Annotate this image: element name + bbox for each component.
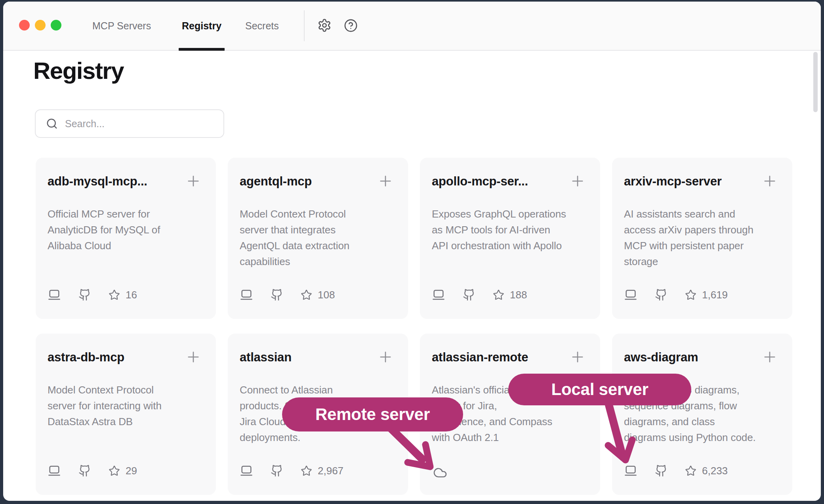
server-description: Official MCP server for AnalyticDB for M… — [48, 206, 202, 254]
github-icon — [463, 288, 475, 301]
add-server-button[interactable] — [377, 349, 394, 365]
plus-icon — [377, 173, 394, 189]
laptop-icon — [48, 464, 61, 477]
close-window-button[interactable] — [19, 20, 30, 31]
server-name: apollo-mcp-ser... — [432, 173, 528, 190]
help-button[interactable] — [344, 19, 358, 32]
minimize-window-button[interactable] — [35, 20, 46, 31]
remote-server-callout: Remote server — [282, 397, 463, 431]
server-name: aws-diagram — [624, 349, 698, 366]
server-description: Model Context Protocol server for intera… — [48, 382, 202, 430]
server-name: atlassian — [240, 349, 292, 366]
app-window: MCP Servers Registry Secrets Registry ad… — [3, 2, 821, 501]
server-card: arxiv-mcp-server AI assistants search an… — [612, 158, 792, 319]
search-input[interactable] — [65, 118, 216, 130]
star-count: 16 — [109, 289, 137, 301]
help-icon — [344, 19, 358, 32]
server-card: agentql-mcp Model Context Protocol serve… — [228, 158, 408, 319]
add-server-button[interactable] — [377, 173, 394, 189]
laptop-icon — [624, 464, 637, 477]
add-server-button[interactable] — [761, 173, 778, 189]
star-icon — [493, 289, 504, 301]
server-name: adb-mysql-mcp... — [48, 173, 147, 190]
cloud-icon — [432, 466, 448, 480]
scrollbar-thumb[interactable] — [813, 52, 818, 112]
zoom-window-button[interactable] — [51, 20, 61, 31]
tab-registry[interactable]: Registry — [182, 2, 221, 50]
tab-secrets[interactable]: Secrets — [245, 2, 279, 50]
plus-icon — [761, 173, 778, 189]
local-server-callout-label: Local server — [551, 380, 648, 399]
server-name: arxiv-mcp-server — [624, 173, 722, 190]
laptop-icon — [240, 288, 253, 302]
server-card: apollo-mcp-ser... Exposes GraphQL operat… — [420, 158, 600, 319]
server-name: astra-db-mcp — [48, 349, 124, 366]
laptop-icon — [432, 288, 445, 302]
plus-icon — [185, 349, 202, 365]
star-icon — [301, 465, 312, 477]
server-description: Model Context Protocol server that integ… — [240, 206, 394, 269]
star-count: 1,619 — [685, 289, 728, 301]
star-count: 2,967 — [301, 465, 343, 477]
server-card: adb-mysql-mcp... Official MCP server for… — [36, 158, 216, 319]
star-icon — [109, 465, 120, 477]
remote-server-callout-label: Remote server — [315, 405, 430, 424]
plus-icon — [185, 173, 202, 189]
tab-mcp-servers[interactable]: MCP Servers — [92, 2, 151, 50]
search-box — [35, 109, 224, 138]
laptop-icon — [48, 288, 61, 302]
laptop-icon — [624, 288, 637, 302]
star-icon — [301, 289, 312, 301]
server-card-grid: adb-mysql-mcp... Official MCP server for… — [36, 158, 792, 495]
titlebar-divider — [304, 10, 305, 41]
plus-icon — [761, 349, 778, 365]
add-server-button[interactable] — [185, 349, 202, 365]
laptop-icon — [240, 464, 253, 477]
github-icon — [271, 288, 283, 301]
server-name: atlassian-remote — [432, 349, 528, 366]
star-icon — [109, 289, 120, 301]
settings-icon — [317, 18, 332, 32]
add-server-button[interactable] — [185, 173, 202, 189]
server-name: agentql-mcp — [240, 173, 312, 190]
star-count: 188 — [493, 289, 527, 301]
star-count: 29 — [109, 465, 137, 477]
add-server-button[interactable] — [569, 173, 586, 189]
traffic-lights — [19, 20, 61, 31]
star-icon — [685, 465, 696, 477]
search-icon — [46, 118, 58, 130]
page-title: Registry — [33, 57, 124, 84]
settings-button[interactable] — [317, 18, 332, 32]
github-icon — [655, 288, 668, 301]
add-server-button[interactable] — [761, 349, 778, 365]
github-icon — [78, 288, 91, 301]
add-server-button[interactable] — [569, 349, 586, 365]
github-icon — [78, 464, 91, 477]
plus-icon — [569, 173, 586, 189]
github-icon — [271, 464, 283, 477]
star-count: 6,233 — [685, 465, 728, 477]
server-card: astra-db-mcp Model Context Protocol serv… — [36, 334, 216, 495]
github-icon — [655, 464, 668, 477]
server-description: Exposes GraphQL operations as MCP tools … — [432, 206, 586, 254]
local-server-callout: Local server — [508, 374, 691, 405]
server-card: aws-diagram Generate AWS diagrams, seque… — [612, 334, 792, 495]
plus-icon — [569, 349, 586, 365]
server-description: AI assistants search and access arXiv pa… — [624, 206, 778, 269]
plus-icon — [377, 349, 394, 365]
titlebar: MCP Servers Registry Secrets — [3, 2, 821, 51]
star-count: 108 — [301, 289, 335, 301]
star-icon — [685, 289, 696, 301]
